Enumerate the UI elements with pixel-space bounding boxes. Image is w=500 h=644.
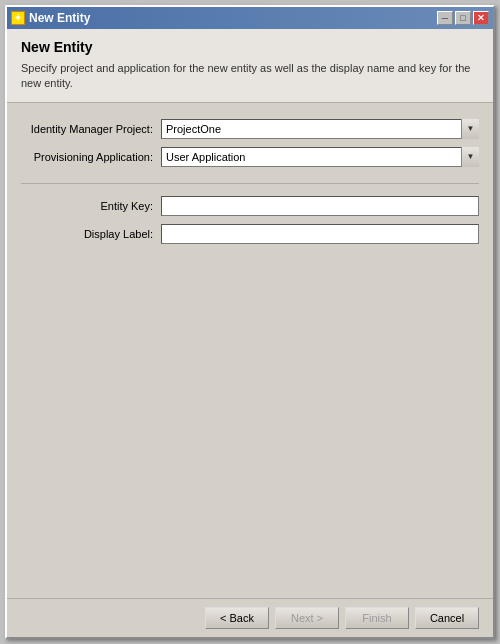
header-section: New Entity Specify project and applicati… [7,29,493,103]
provisioning-application-dropdown-wrapper: User Application ▼ [161,147,479,167]
display-label-row: Display Label: [21,224,479,244]
form-section: Identity Manager Project: ProjectOne ▼ P… [7,103,493,598]
title-bar: ✦ New Entity ─ □ ✕ [7,7,493,29]
entity-key-label: Entity Key: [21,200,161,212]
identity-manager-project-select[interactable]: ProjectOne [161,119,479,139]
finish-button[interactable]: Finish [345,607,409,629]
title-bar-text: ✦ New Entity [11,11,90,25]
provisioning-application-control: User Application ▼ [161,147,479,167]
identity-manager-project-control: ProjectOne ▼ [161,119,479,139]
dialog-description: Specify project and application for the … [21,61,479,92]
display-label-label: Display Label: [21,228,161,240]
entity-key-input[interactable] [161,196,479,216]
provisioning-application-row: Provisioning Application: User Applicati… [21,147,479,167]
form-separator [21,183,479,184]
cancel-button[interactable]: Cancel [415,607,479,629]
button-bar: < Back Next > Finish Cancel [7,598,493,637]
next-button[interactable]: Next > [275,607,339,629]
provisioning-application-label: Provisioning Application: [21,151,161,163]
window-icon: ✦ [11,11,25,25]
provisioning-application-select[interactable]: User Application [161,147,479,167]
display-label-control [161,224,479,244]
identity-manager-project-row: Identity Manager Project: ProjectOne ▼ [21,119,479,139]
main-window: ✦ New Entity ─ □ ✕ New Entity Specify pr… [5,5,495,639]
form-spacer [21,252,479,582]
minimize-button[interactable]: ─ [437,11,453,25]
dialog-title: New Entity [21,39,479,55]
back-button[interactable]: < Back [205,607,269,629]
title-bar-controls: ─ □ ✕ [437,11,489,25]
entity-key-row: Entity Key: [21,196,479,216]
window-title: New Entity [29,11,90,25]
maximize-button[interactable]: □ [455,11,471,25]
identity-manager-project-dropdown-wrapper: ProjectOne ▼ [161,119,479,139]
display-label-input[interactable] [161,224,479,244]
identity-manager-project-label: Identity Manager Project: [21,123,161,135]
entity-key-control [161,196,479,216]
close-button[interactable]: ✕ [473,11,489,25]
